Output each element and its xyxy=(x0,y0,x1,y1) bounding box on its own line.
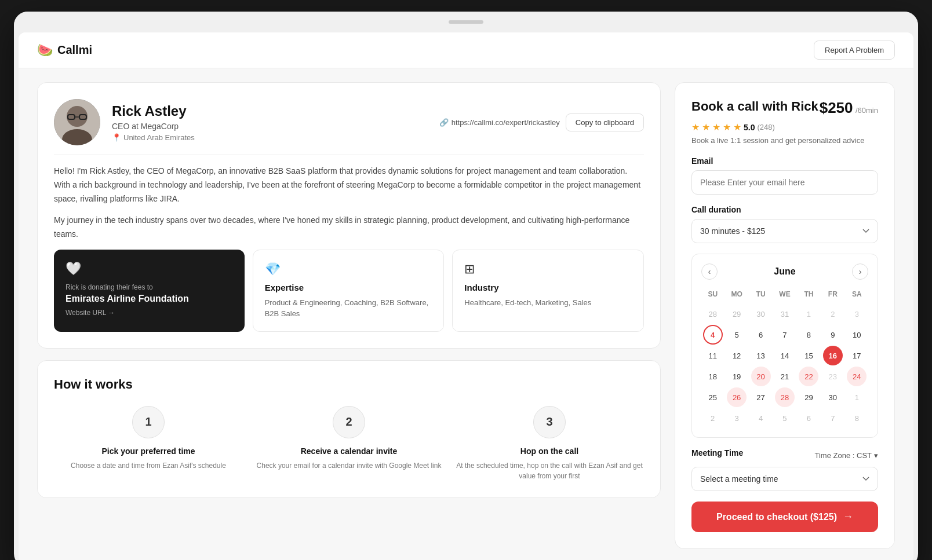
cal-day-9[interactable]: 9 xyxy=(823,325,843,345)
cal-day-10[interactable]: 10 xyxy=(847,325,867,345)
location-pin-icon: 📍 xyxy=(112,133,121,142)
cal-day-28[interactable]: 28 xyxy=(775,387,795,407)
how-steps: 1 Pick your preferred time Choose a date… xyxy=(54,406,644,481)
cal-day-8-jul[interactable]: 8 xyxy=(847,408,867,428)
info-cards-row: 🤍 Rick is donating their fees to Emirate… xyxy=(54,250,644,332)
dow-sa: SA xyxy=(846,288,868,303)
booking-price-unit: /60min xyxy=(855,106,878,115)
cal-day-30[interactable]: 30 xyxy=(823,387,843,407)
meeting-time-select[interactable]: Select a meeting time xyxy=(691,467,878,491)
checkout-button[interactable]: Proceed to checkout ($125) → xyxy=(691,502,878,532)
calendar: ‹ June › SU MO TU WE TH FR SA xyxy=(691,254,878,438)
expertise-card: 💎 Expertise Product & Engineering, Coach… xyxy=(253,250,445,332)
step-3-desc: At the scheduled time, hop on the call w… xyxy=(455,460,644,481)
step-1-desc: Choose a date and time from Ezan Asif's … xyxy=(54,460,243,471)
cal-day-1: 1 xyxy=(799,304,818,324)
copy-to-clipboard-button[interactable]: Copy to clipboard xyxy=(566,114,644,131)
url-area: 🔗 https://callmi.co/expert/rickastley Co… xyxy=(439,114,644,131)
calendar-header: ‹ June › xyxy=(701,263,868,280)
how-it-works-card: How it works 1 Pick your preferred time … xyxy=(37,360,661,498)
report-problem-button[interactable]: Report A Problem xyxy=(814,41,895,60)
booking-title: Book a call with Rick xyxy=(691,99,818,114)
cal-day-14[interactable]: 14 xyxy=(775,346,795,365)
profile-card: Rick Astley CEO at MegaCorp 📍 United Ara… xyxy=(37,82,661,349)
cal-day-7[interactable]: 7 xyxy=(775,325,795,345)
cal-day-22[interactable]: 22 xyxy=(799,367,818,386)
cal-day-29[interactable]: 29 xyxy=(799,387,818,407)
header: 🍉 Callmi Report A Problem xyxy=(19,32,913,68)
logo-name: Callmi xyxy=(57,43,92,57)
cal-day-4-jul[interactable]: 4 xyxy=(751,408,771,428)
calendar-prev-button[interactable]: ‹ xyxy=(701,263,718,280)
cal-day-13[interactable]: 13 xyxy=(751,346,771,365)
cal-day-16[interactable]: 16 xyxy=(823,346,843,365)
booking-card: Book a call with Rick $250 /60min ★ ★ ★ … xyxy=(675,82,895,549)
charity-url-link[interactable]: Website URL → xyxy=(65,309,233,317)
charity-name: Emirates Airline Foundation xyxy=(65,294,233,304)
step-2-desc: Check your email for a calendar invite w… xyxy=(254,460,443,471)
charity-card: 🤍 Rick is donating their fees to Emirate… xyxy=(54,250,245,332)
cal-day-6-jul[interactable]: 6 xyxy=(799,408,818,428)
booking-price: $250 xyxy=(820,99,853,116)
cal-day-12[interactable]: 12 xyxy=(727,346,747,365)
step-1: 1 Pick your preferred time Choose a date… xyxy=(54,406,243,481)
cal-day-19[interactable]: 19 xyxy=(727,367,747,386)
email-input[interactable] xyxy=(691,170,878,195)
cal-day-29-may[interactable]: 29 xyxy=(727,304,747,324)
cal-day-5-jul[interactable]: 5 xyxy=(775,408,795,428)
dow-tu: TU xyxy=(749,288,772,303)
duration-select[interactable]: 30 minutes - $125 60 minutes - $250 xyxy=(691,219,878,243)
how-it-works-title: How it works xyxy=(54,377,644,392)
dow-th: TH xyxy=(798,288,820,303)
main-layout: Rick Astley CEO at MegaCorp 📍 United Ara… xyxy=(19,68,913,560)
cal-day-3: 3 xyxy=(847,304,867,324)
cal-day-11[interactable]: 11 xyxy=(703,346,723,365)
heart-icon: 🤍 xyxy=(65,261,233,276)
cal-day-6[interactable]: 6 xyxy=(751,325,771,345)
rating-number: 5.0 xyxy=(744,123,755,132)
cal-day-31-may[interactable]: 31 xyxy=(775,304,795,324)
link-icon: 🔗 xyxy=(439,118,449,127)
duration-label: Call duration xyxy=(691,205,878,214)
profile-name: Rick Astley xyxy=(112,103,428,119)
bio-paragraph-1: Hello! I'm Rick Astley, the CEO of MegaC… xyxy=(54,164,644,206)
logo: 🍉 Callmi xyxy=(37,43,92,58)
cal-day-3-jul[interactable]: 3 xyxy=(727,408,747,428)
cal-day-4[interactable]: 4 xyxy=(703,325,723,345)
star-1: ★ xyxy=(691,122,700,133)
cal-day-2: 2 xyxy=(823,304,843,324)
cal-day-27[interactable]: 27 xyxy=(751,387,771,407)
charity-donating-text: Rick is donating their fees to xyxy=(65,283,233,291)
cal-day-26[interactable]: 26 xyxy=(727,387,747,407)
booking-header: Book a call with Rick $250 /60min xyxy=(691,99,878,117)
cal-day-28-may[interactable]: 28 xyxy=(703,304,723,324)
cal-day-21[interactable]: 21 xyxy=(775,367,795,386)
cal-day-7-jul[interactable]: 7 xyxy=(823,408,843,428)
profile-url: 🔗 https://callmi.co/expert/rickastley xyxy=(439,118,560,127)
cal-day-5[interactable]: 5 xyxy=(727,325,747,345)
cal-day-15[interactable]: 15 xyxy=(799,346,818,365)
cal-day-1-jul[interactable]: 1 xyxy=(847,387,867,407)
cal-day-25[interactable]: 25 xyxy=(703,387,723,407)
star-3: ★ xyxy=(712,122,720,133)
cal-day-24[interactable]: 24 xyxy=(847,367,867,386)
meeting-select-wrap: Select a meeting time xyxy=(691,467,878,491)
calendar-grid: SU MO TU WE TH FR SA 28 29 30 31 xyxy=(701,288,868,428)
cal-day-30-may[interactable]: 30 xyxy=(751,304,771,324)
star-5: ★ xyxy=(733,122,741,133)
step-3-number: 3 xyxy=(533,406,566,438)
dow-we: WE xyxy=(773,288,796,303)
cal-day-18[interactable]: 18 xyxy=(703,367,723,386)
avatar xyxy=(54,99,100,145)
profile-info: Rick Astley CEO at MegaCorp 📍 United Ara… xyxy=(112,103,428,142)
step-3: 3 Hop on the call At the scheduled time,… xyxy=(455,406,644,481)
cal-day-20[interactable]: 20 xyxy=(751,367,771,386)
cal-day-8[interactable]: 8 xyxy=(799,325,818,345)
cal-day-2-jul[interactable]: 2 xyxy=(703,408,723,428)
calendar-next-button[interactable]: › xyxy=(852,263,868,280)
step-1-title: Pick your preferred time xyxy=(54,446,243,456)
timezone-button[interactable]: Time Zone : CST ▾ xyxy=(815,451,878,460)
calendar-month: June xyxy=(774,266,795,277)
expertise-text: Product & Engineering, Coaching, B2B Sof… xyxy=(265,297,432,320)
cal-day-17[interactable]: 17 xyxy=(847,346,867,365)
